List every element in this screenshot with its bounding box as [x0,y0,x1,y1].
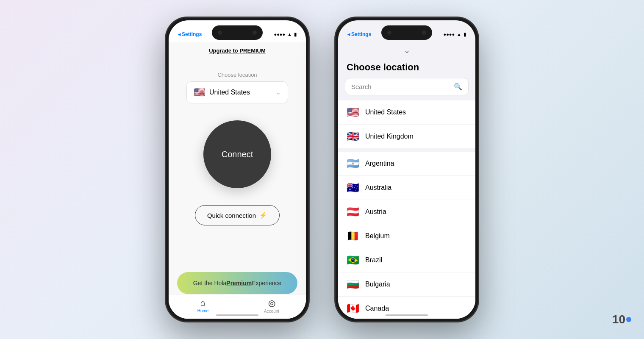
phone-2: ◂ Settings 16:23 ●●●● ▲ ▮ ⌄ Choose locat… [335,17,479,322]
phone-1-screen: ◂ Settings 16:23 ●●●● ▲ ▮ Upgrade to PRE… [169,20,306,319]
country-flag: 🇦🇺 [347,182,359,194]
country-name: United Kingdom [365,133,414,140]
signal-icon-2: ●●●● [444,32,455,37]
country-name: Canada [365,305,389,312]
country-item[interactable]: 🇧🇪Belgium [338,224,475,248]
country-item[interactable]: 🇦🇺Australia [338,176,475,200]
country-name: Brazil [365,256,382,264]
battery-icon-2: ▮ [464,32,466,37]
country-flag: 🇨🇦 [347,303,359,314]
country-name: Belgium [365,232,390,240]
country-name: Bulgaria [365,281,390,288]
location-label-1: Choose location [217,72,257,78]
country-item[interactable]: 🇬🇧United Kingdom [338,125,475,148]
top-countries-section: 🇺🇸United States🇬🇧United Kingdom [338,100,475,148]
selector-chevron: ⌄ [276,89,281,96]
selected-country-name: United States [209,89,272,96]
premium-link-banner: Premium [226,280,252,286]
country-item[interactable]: 🇦🇷Argentina [338,152,475,176]
country-flag: 🇺🇸 [347,106,359,118]
tab-account[interactable]: ◎ Account [237,298,306,314]
phone-2-screen: ◂ Settings 16:23 ●●●● ▲ ▮ ⌄ Choose locat… [338,20,475,319]
phone-1: ◂ Settings 16:23 ●●●● ▲ ▮ Upgrade to PRE… [165,17,309,322]
watermark-text: 10 [612,313,625,326]
country-name: Austria [365,208,386,216]
island-dot-2-right [422,31,426,35]
header-chevron[interactable]: ⌄ [404,46,410,55]
tab-home-label: Home [197,308,209,313]
account-icon: ◎ [268,298,275,308]
island-dot-left [218,31,222,35]
premium-banner[interactable]: Get the Hola Premium Experience [177,272,297,294]
watermark-dot [626,317,631,322]
island-dot-2-left [387,31,391,35]
search-bar[interactable]: 🔍 [345,78,469,95]
upgrade-link[interactable]: PREMIUM [239,47,265,54]
location-selector[interactable]: 🇺🇸 United States ⌄ [186,81,288,103]
country-flag: 🇧🇬 [347,278,359,290]
home-indicator-2 [386,314,428,316]
connect-label: Connect [222,150,253,159]
status-icons-2: ●●●● ▲ ▮ [444,32,466,37]
lightning-icon: ⚡ [259,211,267,219]
upgrade-bar[interactable]: Upgrade to PREMIUM [209,42,266,59]
home-indicator-1 [216,314,258,316]
wifi-icon-1: ▲ [287,32,292,37]
quick-connection-button[interactable]: Quick connection ⚡ [195,205,280,225]
phone2-header: ⌄ [338,42,475,60]
connect-button[interactable]: Connect [203,120,271,188]
signal-icon-1: ●●●● [274,32,286,37]
dynamic-island-1 [212,25,263,40]
premium-suffix: Experience [252,280,281,286]
dynamic-island-2 [381,25,432,40]
search-input[interactable] [351,83,450,90]
country-name: Argentina [365,160,394,167]
status-back-1: ◂ Settings [178,31,202,37]
watermark: 10 [612,313,631,326]
battery-icon-1: ▮ [294,32,297,37]
country-name: United States [365,108,406,116]
main-countries-section: 🇦🇷Argentina🇦🇺Australia🇦🇹Austria🇧🇪Belgium… [338,152,475,319]
quick-connection-label: Quick connection [207,212,256,219]
country-flag: 🇦🇷 [347,158,359,170]
country-item[interactable]: 🇧🇷Brazil [338,248,475,272]
island-dot-right [253,31,257,35]
status-icons-1: ●●●● ▲ ▮ [274,32,297,37]
back-label-2: Settings [351,31,371,37]
selected-flag: 🇺🇸 [194,87,205,98]
phone2-main: ⌄ Choose location 🔍 🇺🇸United States🇬🇧Uni… [338,42,475,319]
country-flag: 🇦🇹 [347,206,359,218]
country-item[interactable]: 🇧🇬Bulgaria [338,272,475,297]
wifi-icon-2: ▲ [457,32,461,37]
country-flag: 🇬🇧 [347,131,359,142]
country-item[interactable]: 🇺🇸United States [338,100,475,125]
section-divider [338,148,475,152]
country-name: Australia [365,184,391,192]
tab-account-label: Account [264,309,279,314]
home-icon: ⌂ [200,298,205,308]
country-flag: 🇧🇪 [347,230,359,242]
countries-list: 🇺🇸United States🇬🇧United Kingdom 🇦🇷Argent… [338,100,475,319]
back-label-1: Settings [182,31,202,37]
country-item[interactable]: 🇦🇹Austria [338,200,475,224]
premium-text: Get the Hola [193,280,227,286]
phones-container: ◂ Settings 16:23 ●●●● ▲ ▮ Upgrade to PRE… [165,17,479,322]
upgrade-text: Upgrade to [209,47,239,54]
tab-home[interactable]: ⌂ Home [169,298,237,313]
country-flag: 🇧🇷 [347,254,359,266]
choose-location-title: Choose location [338,60,475,78]
search-icon[interactable]: 🔍 [454,83,462,91]
status-back-2: ◂ Settings [347,31,371,37]
